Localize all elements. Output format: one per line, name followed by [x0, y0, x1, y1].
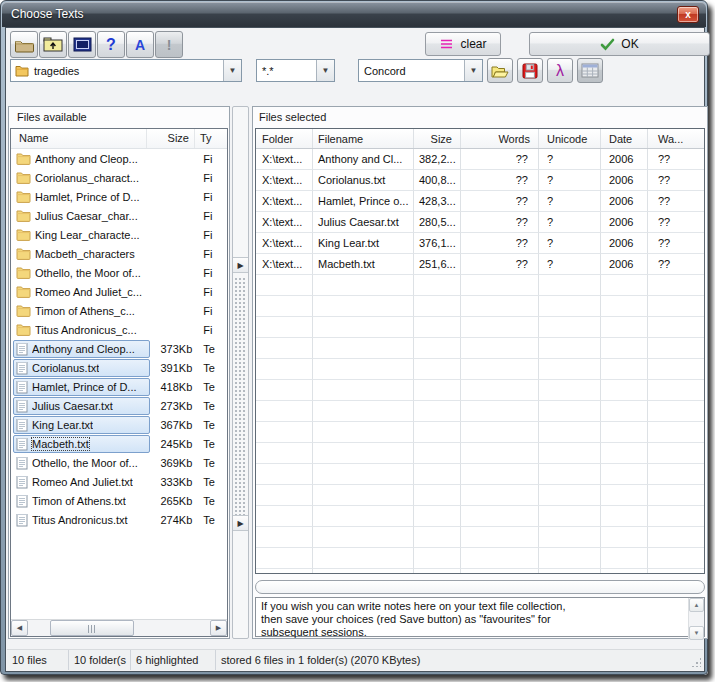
column-date[interactable]: Date	[601, 129, 648, 148]
table-row[interactable]	[256, 296, 704, 317]
column-filename[interactable]: Filename	[313, 129, 414, 148]
column-name[interactable]: Name	[11, 129, 147, 148]
column-words[interactable]: Words	[461, 129, 539, 148]
resize-grip[interactable]	[691, 657, 701, 667]
table-row[interactable]	[256, 401, 704, 422]
list-item[interactable]: Anthony and Cleop... 373Kb Te	[11, 339, 227, 358]
table-row[interactable]	[256, 275, 704, 296]
tool-combo[interactable]: Concord ▼	[358, 59, 483, 82]
file-type: Fi	[197, 210, 227, 222]
splitter-arrow-bottom-button[interactable]: ▶	[233, 515, 248, 531]
table-row[interactable]	[256, 338, 704, 359]
status-folders: 10 folder(s	[69, 650, 131, 670]
folder-combo[interactable]: tragedies ▼	[10, 59, 242, 82]
title-bar[interactable]: Choose Texts x	[2, 2, 706, 27]
scroll-up-arrow-icon[interactable]: ▲	[689, 598, 704, 612]
cell-unicode: ?	[539, 191, 601, 212]
column-warnings[interactable]: Wa...	[648, 129, 704, 148]
table-row[interactable]: X:\text... King Lear.txt 376,1... ?? ? 2…	[256, 233, 704, 254]
table-row[interactable]: X:\text... Hamlet, Prince o... 428,3... …	[256, 191, 704, 212]
parent-folder-button[interactable]	[39, 31, 67, 58]
scrollbar-track[interactable]	[28, 620, 210, 636]
list-item[interactable]: Macbeth.txt 245Kb Te	[11, 434, 227, 453]
list-item[interactable]: Coriolanus_charact... Fi	[11, 168, 227, 187]
list-item[interactable]: Julius Caesar.txt 273Kb Te	[11, 396, 227, 415]
help-button[interactable]: ?	[97, 31, 125, 58]
table-row[interactable]: X:\text... Julius Caesar.txt 280,5... ??…	[256, 212, 704, 233]
dialog-client-area: ? A ! clear OK tragedies ▼ *.* ▼ Concord…	[5, 27, 705, 672]
table-row[interactable]	[256, 380, 704, 401]
scroll-down-arrow-icon[interactable]: ▼	[689, 626, 704, 640]
view-button[interactable]	[68, 31, 96, 58]
pattern-combo[interactable]: *.* ▼	[256, 59, 335, 82]
list-item[interactable]: Anthony and Cleop... Fi	[11, 149, 227, 168]
scroll-right-arrow-icon[interactable]: ▶	[210, 620, 227, 636]
column-size[interactable]: Size	[414, 129, 461, 148]
table-row[interactable]	[256, 317, 704, 338]
cell-words	[461, 569, 539, 574]
choose-folder-button[interactable]	[10, 31, 38, 58]
list-item[interactable]: Romeo And Juliet_c... Fi	[11, 282, 227, 301]
notes-area[interactable]: If you wish you can write notes here on …	[255, 597, 705, 637]
font-button[interactable]: A	[126, 31, 154, 58]
chevron-down-icon[interactable]: ▼	[316, 60, 334, 81]
lambda-button[interactable]: λ	[547, 58, 573, 83]
table-row[interactable]	[256, 506, 704, 527]
table-row[interactable]	[256, 548, 704, 569]
list-item[interactable]: King Lear.txt 367Kb Te	[11, 415, 227, 434]
list-item[interactable]: Titus Andronicus_c... Fi	[11, 320, 227, 339]
table-row[interactable]: X:\text... Macbeth.txt 251,6... ?? ? 200…	[256, 254, 704, 275]
scrollbar-thumb[interactable]	[50, 620, 134, 636]
list-item[interactable]: Coriolanus.txt 391Kb Te	[11, 358, 227, 377]
list-item[interactable]: Romeo And Juliet.txt 333Kb Te	[11, 472, 227, 491]
list-item[interactable]: Othello, the Moor of... Fi	[11, 263, 227, 282]
list-item[interactable]: Hamlet, Prince of D... Fi	[11, 187, 227, 206]
splitter-arrow-top-button[interactable]: ▶	[233, 257, 248, 273]
table-row[interactable]: X:\text... Anthony and Cl... 382,2... ??…	[256, 149, 704, 170]
table-row[interactable]	[256, 443, 704, 464]
close-button[interactable]: x	[677, 6, 699, 23]
scroll-left-arrow-icon[interactable]: ◀	[11, 620, 28, 636]
save-favourites-button[interactable]	[517, 58, 543, 83]
ok-check-icon	[600, 38, 615, 51]
open-favourites-button[interactable]	[487, 58, 513, 83]
cell-size: 428,3...	[414, 191, 461, 212]
monitor-icon	[73, 37, 92, 52]
splitter-grip[interactable]	[234, 277, 247, 515]
list-item[interactable]: Titus Andronicus.txt 274Kb Te	[11, 510, 227, 529]
list-item[interactable]: Macbeth_characters Fi	[11, 244, 227, 263]
clear-button[interactable]: clear	[425, 32, 501, 56]
table-row[interactable]	[256, 569, 704, 574]
list-item[interactable]: King Lear_characte... Fi	[11, 225, 227, 244]
column-size[interactable]: Size	[147, 129, 195, 148]
list-item[interactable]: Timon of Athens.txt 265Kb Te	[11, 491, 227, 510]
chevron-down-icon[interactable]: ▼	[464, 60, 482, 81]
list-item[interactable]: Timon of Athens_c... Fi	[11, 301, 227, 320]
table-row[interactable]	[256, 422, 704, 443]
column-unicode[interactable]: Unicode	[539, 129, 601, 148]
list-item[interactable]: Hamlet, Prince of D... 418Kb Te	[11, 377, 227, 396]
table-row[interactable]	[256, 485, 704, 506]
file-size: 265Kb	[150, 495, 198, 507]
file-name-label: Anthony and Cleop...	[32, 343, 135, 355]
ok-button[interactable]: OK	[529, 32, 710, 56]
column-folder[interactable]: Folder	[256, 129, 313, 148]
table-row[interactable]: X:\text... Coriolanus.txt 400,8... ?? ? …	[256, 170, 704, 191]
cell-unicode	[539, 569, 601, 574]
table-row[interactable]	[256, 359, 704, 380]
document-icon	[16, 513, 28, 527]
status-stored-text: stored 6 files in 1 folder(s) (2070 KByt…	[221, 654, 420, 666]
chevron-down-icon[interactable]: ▼	[223, 60, 241, 81]
cell-filename: Julius Caesar.txt	[313, 212, 414, 233]
document-icon	[16, 361, 28, 375]
column-type[interactable]: Ty	[195, 129, 227, 148]
table-row[interactable]	[256, 527, 704, 548]
list-item[interactable]: Julius Caesar_char... Fi	[11, 206, 227, 225]
file-name-cell: Macbeth.txt	[13, 435, 150, 453]
table-row[interactable]	[256, 464, 704, 485]
cell-words	[461, 527, 539, 548]
notes-title-input[interactable]	[255, 580, 705, 594]
list-item[interactable]: Othello, the Moor of... 369Kb Te	[11, 453, 227, 472]
file-name-label: Coriolanus_charact...	[35, 172, 139, 184]
panel-splitter[interactable]: ▶ ▶	[232, 106, 249, 639]
